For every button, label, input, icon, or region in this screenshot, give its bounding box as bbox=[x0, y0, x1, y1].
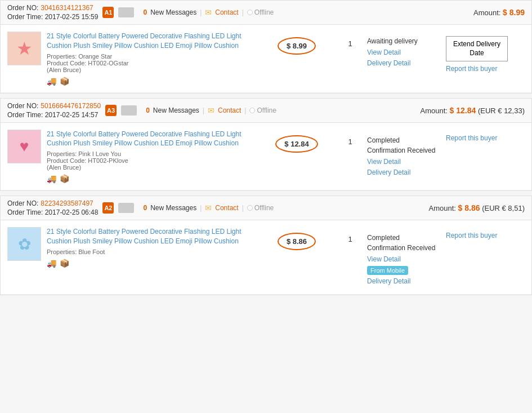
msg-count-0: 0 bbox=[143, 8, 147, 16]
qty-col-0-0: 1 bbox=[339, 32, 361, 48]
offline-dot-0 bbox=[247, 10, 253, 15]
actions-col-2-0: Report this buyer bbox=[446, 227, 525, 239]
msg-label-0: New Messages bbox=[150, 8, 196, 16]
truck-icon: 🚚 bbox=[47, 77, 56, 86]
status-sub-1-0: Confirmation Received bbox=[367, 146, 440, 154]
amount-label-0: Amount: bbox=[473, 8, 503, 17]
order-row-0-0: ★21 Style Colorful Battery Powered Decor… bbox=[1, 25, 531, 93]
status-col-0-0: Awaiting deliveryView DetailDelivery Det… bbox=[367, 32, 440, 69]
product-image-2-0: ✿ bbox=[7, 227, 41, 261]
buyer-avatar-1 bbox=[121, 105, 137, 116]
product-code-1-0: Product Code: HT002-PKlove bbox=[47, 157, 254, 164]
order-no-link-1[interactable]: 5016664476172850 bbox=[41, 102, 101, 110]
order-header-2: Order NO:82234293587497Order Time: 2017-… bbox=[1, 196, 531, 220]
order-no-link-2[interactable]: 82234293587497 bbox=[41, 199, 93, 207]
buyer-avatar-0 bbox=[118, 7, 134, 17]
order-time-label-2: Order Time: 2017-02-25 06:48 bbox=[7, 208, 98, 216]
order-block-2: Order NO:82234293587497Order Time: 2017-… bbox=[0, 196, 532, 295]
amount-label-1: Amount: bbox=[421, 106, 450, 115]
offline-indicator-2: Offline bbox=[247, 204, 274, 212]
actions-col-1-0: Report this buyer bbox=[446, 130, 525, 142]
truck-icon: 🚚 bbox=[47, 174, 56, 183]
pipe-1-2: | bbox=[200, 204, 202, 212]
pipe-2-2: | bbox=[242, 204, 244, 212]
status-main-1-0: Completed bbox=[367, 136, 440, 144]
price-col-2-0: $ 8.86 bbox=[260, 227, 333, 250]
badge-0: A1 bbox=[102, 7, 114, 18]
report-buyer-link-1-0-0[interactable]: Report this buyer bbox=[446, 134, 525, 142]
amount-value-1: $ 12.84 bbox=[450, 106, 476, 115]
product-title-2-0[interactable]: 21 Style Colorful Battery Powered Decora… bbox=[47, 228, 242, 245]
product-buyer-1-0: (Alen Bruce) bbox=[47, 164, 254, 171]
status-link-2-0-0[interactable]: View Detail bbox=[367, 254, 440, 265]
msg-label-2: New Messages bbox=[150, 204, 196, 212]
status-link-2-0-1[interactable]: Delivery Detail bbox=[367, 276, 440, 287]
report-buyer-link-0-0-1[interactable]: Report this buyer bbox=[446, 65, 525, 73]
status-col-1-0: CompletedConfirmation ReceivedView Detai… bbox=[367, 130, 440, 178]
offline-label-0: Offline bbox=[254, 8, 274, 16]
status-link-0-0-1[interactable]: Delivery Detail bbox=[367, 58, 440, 69]
from-mobile-badge-2-0: From Mobile bbox=[367, 266, 408, 275]
envelope-icon-1: ✉ bbox=[208, 106, 214, 115]
envelope-icon-2: ✉ bbox=[205, 203, 212, 212]
qty-col-2-0: 1 bbox=[339, 227, 361, 243]
offline-dot-2 bbox=[247, 205, 253, 211]
product-buyer-0-0: (Alen Bruce) bbox=[47, 66, 254, 73]
msg-count-2: 0 bbox=[143, 204, 147, 212]
product-icons-2-0: 🚚📦 bbox=[47, 259, 254, 268]
status-sub-2-0: Confirmation Received bbox=[367, 244, 440, 252]
order-header-right-2: Amount: $ 8.86 (EUR € 8,51) bbox=[429, 203, 525, 212]
product-icons-0-0: 🚚📦 bbox=[47, 77, 254, 86]
order-no-link-0[interactable]: 30416314121367 bbox=[41, 4, 93, 12]
status-link-1-0-0[interactable]: View Detail bbox=[367, 157, 440, 167]
status-link-1-0-1[interactable]: Delivery Detail bbox=[367, 167, 440, 178]
qty-col-1-0: 1 bbox=[339, 130, 361, 146]
box-icon: 📦 bbox=[60, 259, 69, 268]
msg-section-1: 0 New Messages|✉Contact|Offline bbox=[146, 106, 276, 115]
star-icon: ★ bbox=[16, 38, 33, 59]
status-link-0-0-0[interactable]: View Detail bbox=[367, 47, 440, 58]
msg-label-1: New Messages bbox=[153, 106, 199, 114]
product-info-0-0: 21 Style Colorful Battery Powered Decora… bbox=[47, 32, 254, 86]
badge-2: A2 bbox=[102, 202, 114, 214]
product-title-1-0[interactable]: 21 Style Colorful Battery Powered Decora… bbox=[47, 130, 242, 148]
product-icons-1-0: 🚚📦 bbox=[47, 174, 254, 183]
order-header-left-0: Order NO:30416314121367Order Time: 2017-… bbox=[7, 4, 134, 21]
contact-link-1[interactable]: Contact bbox=[218, 106, 241, 114]
status-text-0-0: Awaiting delivery bbox=[367, 37, 440, 45]
product-info-2-0: 21 Style Colorful Battery Powered Decora… bbox=[47, 227, 254, 268]
product-title-0-0[interactable]: 21 Style Colorful Battery Powered Decora… bbox=[47, 32, 242, 50]
price-circle-2-0: $ 8.86 bbox=[278, 233, 316, 250]
status-col-2-0: CompletedConfirmation ReceivedView Detai… bbox=[367, 227, 440, 287]
report-buyer-link-2-0-0[interactable]: Report this buyer bbox=[446, 232, 525, 239]
order-header-right-0: Amount: $ 8.99 bbox=[473, 8, 525, 17]
order-row-2-0: ✿21 Style Colorful Battery Powered Decor… bbox=[1, 220, 531, 294]
order-no-label-2: Order NO: bbox=[7, 199, 38, 207]
offline-indicator-1: Offline bbox=[249, 106, 276, 114]
offline-dot-1 bbox=[249, 108, 255, 113]
order-time-label-1: Order Time: 2017-02-25 14:57 bbox=[7, 111, 98, 119]
price-col-1-0: $ 12.84 bbox=[260, 130, 333, 153]
paw-icon: ✿ bbox=[18, 235, 31, 254]
order-row-1-0: ♥21 Style Colorful Battery Powered Decor… bbox=[1, 123, 531, 191]
amount-value-2: $ 8.86 bbox=[458, 203, 480, 212]
order-time-label-0: Order Time: 2017-02-25 15:59 bbox=[7, 13, 98, 21]
msg-section-2: 0 New Messages|✉Contact|Offline bbox=[143, 203, 274, 212]
contact-link-2[interactable]: Contact bbox=[215, 204, 238, 212]
buyer-avatar-2 bbox=[118, 203, 134, 213]
offline-label-1: Offline bbox=[257, 106, 276, 114]
order-block-0: Order NO:30416314121367Order Time: 2017-… bbox=[0, 0, 532, 94]
offline-indicator-0: Offline bbox=[247, 8, 274, 16]
product-props-0-0: Properties: Orange Star bbox=[47, 53, 254, 60]
pipe-1-1: | bbox=[203, 106, 204, 114]
product-code-0-0: Product Code: HT002-OGstar bbox=[47, 60, 254, 66]
extend-delivery-button-0-0[interactable]: Extend Delivery Date bbox=[446, 36, 508, 61]
envelope-icon-0: ✉ bbox=[205, 8, 212, 17]
order-no-label-0: Order NO: bbox=[7, 4, 38, 12]
price-col-0-0: $ 8.99 bbox=[260, 32, 333, 55]
pipe-1-0: | bbox=[200, 8, 202, 16]
box-icon: 📦 bbox=[60, 174, 69, 183]
badge-1: A3 bbox=[105, 105, 117, 116]
contact-link-0[interactable]: Contact bbox=[215, 8, 238, 16]
msg-count-1: 0 bbox=[146, 106, 150, 114]
